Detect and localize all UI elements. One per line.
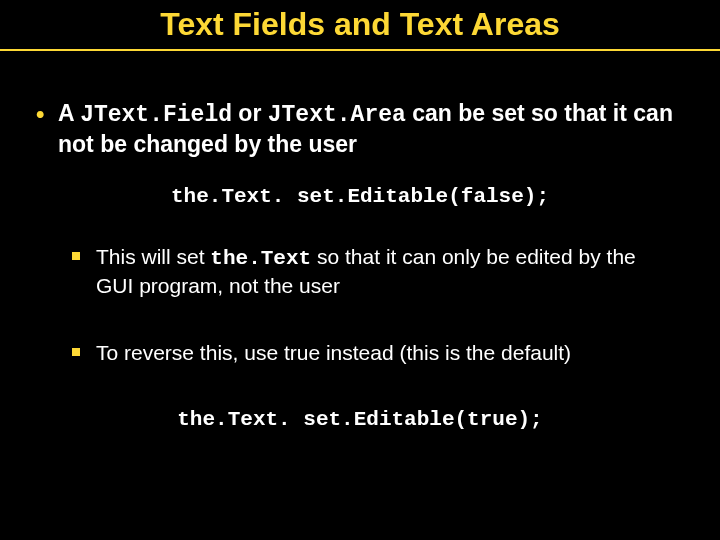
sub-bullet-2: To reverse this, use true instead (this … xyxy=(30,339,660,366)
code-seteditable-false: the.Text. set.Editable(false); xyxy=(30,184,690,211)
slide: { "title": "Text Fields and Text Areas",… xyxy=(0,0,720,540)
code-thetext: the.Text xyxy=(210,247,311,270)
text: A xyxy=(58,100,80,126)
slide-title: Text Fields and Text Areas xyxy=(0,0,720,43)
sub-bullet-1: This will set the.Text so that it can on… xyxy=(30,243,660,300)
text: or xyxy=(232,100,268,126)
slide-body: A JText.Field or JText.Area can be set s… xyxy=(0,51,720,434)
text: This will set xyxy=(96,245,210,268)
code-jtextfield: JText.Field xyxy=(80,102,232,128)
code-seteditable-true: the.Text. set.Editable(true); xyxy=(30,407,690,434)
bullet-main: A JText.Field or JText.Area can be set s… xyxy=(30,99,690,160)
code-jtextarea: JText.Area xyxy=(268,102,406,128)
